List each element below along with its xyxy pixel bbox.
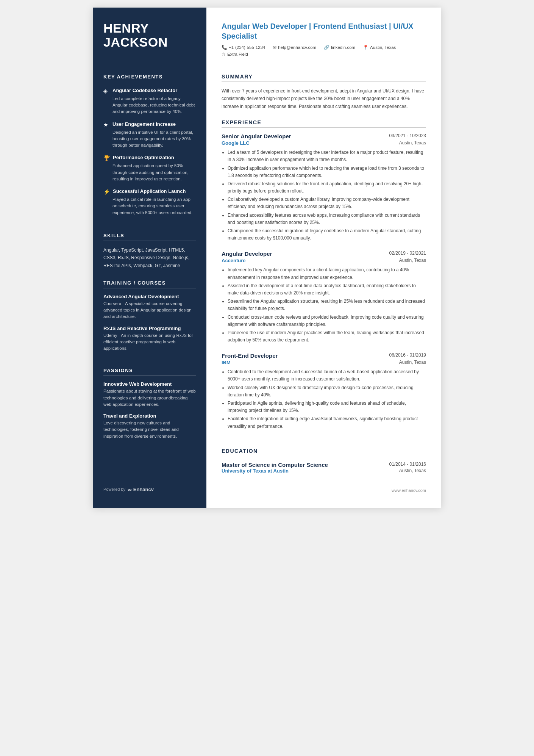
experience-item-3: Front-End Developer 06/2016 - 01/2019 IB… [222,352,426,431]
location-icon: 📍 [363,45,368,50]
phone-contact: 📞 +1-(234)-555-1234 [222,45,265,50]
achievement-desc-4: Played a critical role in launching an a… [103,196,196,216]
resume-wrapper: HENRY JACKSON KEY ACHIEVEMENTS ◈ Angular… [93,8,441,508]
bullet-item: Led a team of 5 developers in redesignin… [228,149,426,163]
achievement-title-3: Performance Optimization [113,155,174,161]
achievement-item: 🏆 Performance Optimization Enhanced appl… [103,155,196,182]
passion-title-1: Innovative Web Development [103,381,196,387]
passion-title-2: Travel and Exploration [103,413,196,419]
job-bullets-2: Implemented key Angular components for a… [222,266,426,344]
bullet-item: Championed the successful migration of l… [228,227,426,242]
company-name-2: Accenture [222,258,246,263]
achievement-title-4: Successful Application Launch [113,188,186,195]
bullet-item: Contributed to the development and succe… [228,368,426,383]
edu-dates-1: 01/2014 - 01/2016 [389,462,426,468]
bullet-item: Streamlined the Angular application stru… [228,298,426,312]
contact-row: 📞 +1-(234)-555-1234 ✉ help@enhancv.com 🔗… [222,45,426,50]
linkedin-icon: 🔗 [324,45,329,50]
training-list: Advanced Angular Development Coursera - … [103,294,196,357]
edu-location-1: Austin, Texas [399,468,426,474]
achievement-item: ★ User Engagement Increase Designed an i… [103,121,196,149]
bullet-item: Optimized application performance which … [228,165,426,179]
job-bullets-1: Led a team of 5 developers in redesignin… [222,149,426,242]
company-name-1: Google LLC [222,140,250,146]
achievements-section-title: KEY ACHIEVEMENTS [103,74,196,82]
bullet-item: Worked closely with UX designers to dras… [228,384,426,399]
training-title-1: Advanced Angular Development [103,294,196,299]
bullet-item: Pioneered the use of modern Angular prac… [228,329,426,344]
job-dates-3: 06/2016 - 01/2019 [389,352,426,358]
experience-item-1: Senior Angular Developer 03/2021 - 10/20… [222,133,426,243]
summary-section-title: SUMMARY [222,74,426,82]
phone-number: +1-(234)-555-1234 [229,45,265,50]
job-bullets-3: Contributed to the development and succe… [222,368,426,430]
job-title: Angular Web Developer | Frontend Enthusi… [222,21,426,41]
achievement-title-1: Angular Codebase Refactor [112,88,177,94]
job-location-3: Austin, Texas [399,360,426,365]
passions-list: Innovative Web Development Passionate ab… [103,381,196,445]
email-icon: ✉ [273,45,276,50]
training-item: Advanced Angular Development Coursera - … [103,294,196,320]
passions-section-title: PASSIONS [103,368,196,376]
enhancv-logo: ∞ Enhancv [128,486,154,493]
main-header: Angular Web Developer | Frontend Enthusi… [222,21,426,57]
brand-name: Enhancv [133,487,154,492]
bullet-item: Facilitated the integration of cutting-e… [228,415,426,430]
sidebar-footer: Powered by ∞ Enhancv [103,475,196,493]
edu-degree-1: Master of Science in Computer Science [222,462,328,468]
achievement-icon-2: ★ [103,122,109,128]
passion-desc-1: Passionate about staying at the forefron… [103,388,196,408]
job-location-1: Austin, Texas [399,140,426,146]
training-title-2: RxJS and Reactive Programming [103,326,196,331]
achievement-desc-1: Led a complete refactor of a legacy Angu… [103,95,196,115]
achievement-icon-3: 🏆 [103,155,110,161]
training-desc-2: Udemy - An in-depth course on using RxJS… [103,332,196,352]
job-title-2: Angular Developer [222,250,272,257]
candidate-name: HENRY JACKSON [103,21,196,50]
company-name-3: IBM [222,360,231,365]
powered-by-label: Powered by [103,487,125,491]
main-footer: www.enhancv.com [222,477,426,493]
education-item-1: Master of Science in Computer Science 01… [222,462,426,474]
training-item: RxJS and Reactive Programming Udemy - An… [103,326,196,352]
experience-section-title: EXPERIENCE [222,119,426,128]
training-section-title: TRAINING / COURSES [103,280,196,288]
passion-item: Innovative Web Development Passionate ab… [103,381,196,408]
achievement-item: ◈ Angular Codebase Refactor Led a comple… [103,88,196,115]
edu-school-1: University of Texas at Austin [222,468,289,474]
passion-desc-2: Love discovering new cultures and techno… [103,420,196,440]
experience-item-2: Angular Developer 02/2019 - 02/2021 Acce… [222,250,426,345]
education-section-title: EDUCATION [222,448,426,456]
bullet-item: Conducted cross-team code reviews and pr… [228,314,426,328]
location-contact: 📍 Austin, Texas [363,45,396,50]
heart-icon: ∞ [128,486,132,493]
extra-field-label: Extra Field [227,52,248,56]
location-text: Austin, Texas [370,45,396,50]
footer-url: www.enhancv.com [392,488,426,493]
skills-text: Angular, TypeScript, JavaScript, HTML5, … [103,246,196,269]
achievement-desc-3: Enhanced application speed by 50% throug… [103,163,196,182]
job-dates-1: 03/2021 - 10/2023 [389,133,426,138]
passion-item: Travel and Exploration Love discovering … [103,413,196,440]
summary-text: With over 7 years of experience in front… [222,87,426,110]
linkedin-url: linkedin.com [331,45,355,50]
email-address: help@enhancv.com [278,45,316,50]
job-title-1: Senior Angular Developer [222,133,291,139]
extra-field-row: ☆ Extra Field [222,52,426,57]
job-location-2: Austin, Texas [399,258,426,263]
achievement-icon-4: ⚡ [103,189,110,195]
achievement-item: ⚡ Successful Application Launch Played a… [103,188,196,216]
sidebar: HENRY JACKSON KEY ACHIEVEMENTS ◈ Angular… [93,8,206,508]
achievement-desc-2: Designed an intuitive UI for a client po… [103,129,196,149]
bullet-item: Enhanced accessibility features across w… [228,212,426,226]
bullet-item: Assisted in the development of a real-ti… [228,282,426,297]
email-contact: ✉ help@enhancv.com [273,45,316,50]
skills-section-title: SKILLS [103,233,196,241]
bullet-item: Implemented key Angular components for a… [228,266,426,281]
achievements-list: ◈ Angular Codebase Refactor Led a comple… [103,88,196,222]
phone-icon: 📞 [222,45,227,50]
star-icon: ☆ [222,52,226,57]
linkedin-contact: 🔗 linkedin.com [324,45,355,50]
job-title-3: Front-End Developer [222,352,278,359]
main-content: Angular Web Developer | Frontend Enthusi… [206,8,441,508]
